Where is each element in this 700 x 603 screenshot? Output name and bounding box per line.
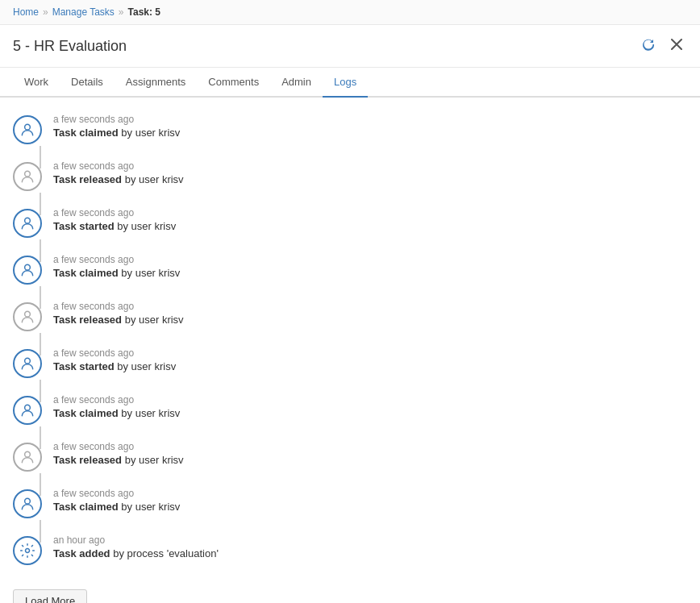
log-content: an hour ago Task added by process 'evalu… bbox=[53, 534, 219, 559]
svg-point-4 bbox=[25, 311, 31, 317]
log-content: a few seconds ago Task claimed by user k… bbox=[53, 488, 180, 513]
log-content: a few seconds ago Task claimed by user k… bbox=[53, 394, 180, 419]
log-text: Task released by user krisv bbox=[53, 173, 184, 185]
log-item: a few seconds ago Task released by user … bbox=[13, 433, 687, 480]
log-text: Task claimed by user krisv bbox=[53, 267, 180, 279]
log-avatar bbox=[13, 489, 42, 518]
log-text: Task started by user krisv bbox=[53, 360, 176, 372]
svg-point-1 bbox=[25, 171, 31, 177]
log-time: a few seconds ago bbox=[53, 488, 180, 499]
log-content: a few seconds ago Task claimed by user k… bbox=[53, 114, 180, 139]
tab-work[interactable]: Work bbox=[13, 68, 60, 98]
close-button[interactable] bbox=[666, 35, 687, 56]
log-text: Task claimed by user krisv bbox=[53, 407, 180, 419]
svg-point-3 bbox=[25, 264, 31, 270]
tab-assignments[interactable]: Assignments bbox=[115, 68, 197, 98]
log-content: a few seconds ago Task released by user … bbox=[53, 301, 184, 326]
log-text: Task added by process 'evaluation' bbox=[53, 547, 219, 559]
tabs-bar: Work Details Assignments Comments Admin … bbox=[0, 68, 700, 98]
log-time: an hour ago bbox=[53, 534, 219, 546]
log-avatar bbox=[13, 536, 42, 565]
log-item: a few seconds ago Task claimed by user k… bbox=[13, 386, 687, 433]
breadcrumb-manage-tasks[interactable]: Manage Tasks bbox=[52, 6, 115, 18]
log-text: Task released by user krisv bbox=[53, 314, 184, 326]
log-time: a few seconds ago bbox=[53, 114, 180, 125]
svg-point-0 bbox=[25, 124, 31, 130]
tab-logs[interactable]: Logs bbox=[323, 68, 368, 98]
log-time: a few seconds ago bbox=[53, 254, 180, 265]
log-avatar bbox=[13, 302, 42, 331]
log-content: a few seconds ago Task started by user k… bbox=[53, 347, 176, 372]
svg-point-6 bbox=[25, 405, 31, 410]
task-title: 5 - HR Evaluation bbox=[13, 38, 127, 55]
log-item: a few seconds ago Task released by user … bbox=[13, 152, 687, 199]
breadcrumb-sep-1: » bbox=[43, 6, 48, 18]
log-content: a few seconds ago Task started by user k… bbox=[53, 207, 176, 232]
log-text: Task claimed by user krisv bbox=[53, 501, 180, 513]
log-time: a few seconds ago bbox=[53, 441, 184, 452]
log-text: Task released by user krisv bbox=[53, 454, 184, 466]
tab-admin[interactable]: Admin bbox=[270, 68, 323, 98]
log-time: a few seconds ago bbox=[53, 301, 184, 312]
svg-point-9 bbox=[26, 549, 30, 553]
task-action-bar bbox=[637, 35, 687, 57]
log-text: Task started by user krisv bbox=[53, 220, 176, 232]
log-avatar bbox=[13, 396, 42, 425]
log-list: a few seconds ago Task claimed by user k… bbox=[0, 98, 700, 581]
svg-point-2 bbox=[25, 218, 31, 223]
log-item: a few seconds ago Task claimed by user k… bbox=[13, 480, 687, 526]
log-item: a few seconds ago Task started by user k… bbox=[13, 339, 687, 386]
log-time: a few seconds ago bbox=[53, 160, 184, 172]
breadcrumb-current: Task: 5 bbox=[128, 6, 160, 18]
log-item: a few seconds ago Task released by user … bbox=[13, 293, 687, 339]
tab-details[interactable]: Details bbox=[60, 68, 115, 98]
svg-point-8 bbox=[25, 498, 31, 504]
load-more-section: Load More bbox=[0, 581, 700, 603]
log-time: a few seconds ago bbox=[53, 394, 180, 405]
log-content: a few seconds ago Task released by user … bbox=[53, 441, 184, 466]
log-item: a few seconds ago Task started by user k… bbox=[13, 199, 687, 246]
log-avatar bbox=[13, 349, 42, 378]
log-item: a few seconds ago Task claimed by user k… bbox=[13, 246, 687, 293]
load-more-button[interactable]: Load More bbox=[13, 589, 87, 603]
refresh-button[interactable] bbox=[637, 35, 660, 57]
tab-comments[interactable]: Comments bbox=[197, 68, 270, 98]
svg-point-5 bbox=[25, 358, 31, 364]
log-item: an hour ago Task added by process 'evalu… bbox=[13, 526, 687, 573]
log-content: a few seconds ago Task claimed by user k… bbox=[53, 254, 180, 279]
log-avatar bbox=[13, 162, 42, 191]
svg-point-7 bbox=[25, 451, 31, 457]
breadcrumb: Home » Manage Tasks » Task: 5 bbox=[0, 0, 700, 25]
log-content: a few seconds ago Task released by user … bbox=[53, 160, 184, 185]
log-avatar bbox=[13, 209, 42, 238]
log-time: a few seconds ago bbox=[53, 207, 176, 218]
log-avatar bbox=[13, 115, 42, 144]
log-avatar bbox=[13, 443, 42, 472]
task-header: 5 - HR Evaluation bbox=[0, 25, 700, 68]
log-avatar bbox=[13, 256, 42, 285]
breadcrumb-home[interactable]: Home bbox=[13, 6, 39, 18]
log-time: a few seconds ago bbox=[53, 347, 176, 359]
log-text: Task claimed by user krisv bbox=[53, 127, 180, 139]
breadcrumb-sep-2: » bbox=[119, 6, 124, 18]
log-item: a few seconds ago Task claimed by user k… bbox=[13, 106, 687, 152]
